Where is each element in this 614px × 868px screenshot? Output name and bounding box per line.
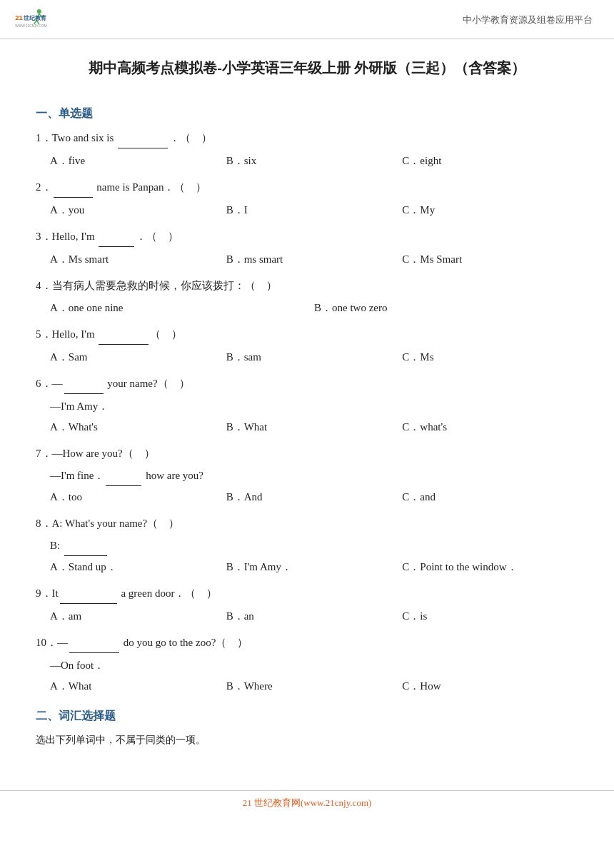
q4-text: 4．当有病人需要急救的时候，你应该拨打：（ ） — [36, 276, 578, 296]
q8-blank — [64, 536, 107, 556]
q5-blank — [99, 325, 149, 345]
q8-subline: B: — [50, 536, 578, 556]
q10-options: A．What B．Where C．How — [50, 677, 578, 696]
q1-options: A．five B．six C．eight — [50, 151, 578, 171]
q7-optC: C．and — [402, 488, 578, 507]
title-section: 期中高频考点模拟卷-小学英语三年级上册 外研版（三起）（含答案） — [0, 39, 614, 86]
q2-optB: B．I — [226, 201, 403, 220]
q6-text: 6．— your name?（ ） — [36, 374, 578, 394]
logo-area: 21 世纪教育 WWW.21CNJY.COM — [14, 6, 49, 34]
question-1: 1．Two and six is ．（ ） A．five B．six C．eig… — [36, 128, 578, 171]
svg-point-0 — [37, 9, 41, 14]
page-footer: 21 世纪教育网(www.21cnjy.com) — [0, 790, 614, 815]
section2-subtitle: 选出下列单词中，不属于同类的一项。 — [36, 731, 578, 749]
q6-blank — [64, 374, 104, 394]
q10-optA: A．What — [50, 677, 226, 696]
q6-subline: —I'm Amy． — [50, 397, 578, 416]
q5-optC: C．Ms — [402, 348, 578, 367]
q10-subline: —On foot． — [50, 656, 578, 675]
q2-options: A．you B．I C．My — [50, 201, 578, 220]
question-7: 7．—How are you?（ ） —I'm fine． how are yo… — [36, 444, 578, 507]
q7-optB: B．And — [226, 488, 403, 507]
question-6: 6．— your name?（ ） —I'm Amy． A．What's B．W… — [36, 374, 578, 437]
question-10: 10．— do you go to the zoo?（ ） —On foot． … — [36, 633, 578, 696]
q1-text: 1．Two and six is ．（ ） — [36, 128, 578, 148]
q4-options: A．one one nine B．one two zero — [50, 298, 578, 318]
q3-blank — [99, 227, 134, 247]
header-right-text: 中小学教育资源及组卷应用平台 — [463, 14, 593, 26]
q1-optB: B．six — [226, 151, 403, 171]
question-5: 5．Hello, I'm （ ） A．Sam B．sam C．Ms — [36, 325, 578, 367]
q5-optB: B．sam — [226, 348, 403, 367]
q8-text: 8．A: What's your name?（ ） — [36, 514, 578, 533]
question-9: 9．It a green door．（ ） A．am B．an C．is — [36, 584, 578, 626]
q7-subline1: —I'm fine． how are you? — [50, 466, 578, 486]
main-title: 期中高频考点模拟卷-小学英语三年级上册 外研版（三起）（含答案） — [36, 56, 578, 79]
q8-optB: B．I'm Amy． — [226, 557, 403, 577]
q7-optA: A．too — [50, 488, 226, 507]
q2-text: 2． name is Panpan．（ ） — [36, 178, 578, 198]
q10-optB: B．Where — [226, 677, 403, 696]
q8-optC: C．Point to the window． — [402, 557, 578, 577]
section1-title: 一、单选题 — [36, 106, 578, 121]
svg-text:世纪教育: 世纪教育 — [24, 14, 47, 21]
q5-options: A．Sam B．sam C．Ms — [50, 348, 578, 367]
q6-optB: B．What — [226, 418, 403, 437]
q7-options: A．too B．And C．and — [50, 488, 578, 507]
q6-optC: C．what's — [402, 418, 578, 437]
question-4: 4．当有病人需要急救的时候，你应该拨打：（ ） A．one one nine B… — [36, 276, 578, 318]
q5-optA: A．Sam — [50, 348, 226, 367]
q1-optC: C．eight — [402, 151, 578, 171]
q4-optB: B．one two zero — [314, 298, 578, 318]
q10-text: 10．— do you go to the zoo?（ ） — [36, 633, 578, 653]
q9-options: A．am B．an C．is — [50, 607, 578, 626]
q9-optA: A．am — [50, 607, 226, 626]
q7-blank — [106, 466, 141, 486]
question-3: 3．Hello, I'm ．（ ） A．Ms smart B．ms smart … — [36, 227, 578, 269]
q3-text: 3．Hello, I'm ．（ ） — [36, 227, 578, 247]
q6-options: A．What's B．What C．what's — [50, 418, 578, 437]
q2-blank — [54, 178, 93, 198]
q10-optC: C．How — [402, 677, 578, 696]
logo-icon: 21 世纪教育 WWW.21CNJY.COM — [14, 6, 49, 34]
q3-optB: B．ms smart — [226, 250, 403, 269]
q1-blank — [118, 128, 168, 148]
q6-optA: A．What's — [50, 418, 226, 437]
q3-optA: A．Ms smart — [50, 250, 226, 269]
q3-optC: C．Ms Smart — [402, 250, 578, 269]
q2-optC: C．My — [402, 201, 578, 220]
question-2: 2． name is Panpan．（ ） A．you B．I C．My — [36, 178, 578, 220]
q10-blank — [69, 633, 119, 653]
q1-optA: A．five — [50, 151, 226, 171]
q9-optC: C．is — [402, 607, 578, 626]
q8-options: A．Stand up． B．I'm Amy． C．Point to the wi… — [50, 557, 578, 577]
q9-blank — [60, 584, 117, 604]
q5-text: 5．Hello, I'm （ ） — [36, 325, 578, 345]
q9-optB: B．an — [226, 607, 403, 626]
q8-optA: A．Stand up． — [50, 557, 226, 577]
section2-title: 二、词汇选择题 — [36, 709, 578, 724]
q7-text: 7．—How are you?（ ） — [36, 444, 578, 463]
content-area: 一、单选题 1．Two and six is ．（ ） A．five B．six… — [0, 86, 614, 776]
question-8: 8．A: What's your name?（ ） B: A．Stand up．… — [36, 514, 578, 577]
q3-options: A．Ms smart B．ms smart C．Ms Smart — [50, 250, 578, 269]
svg-text:21: 21 — [15, 14, 23, 21]
svg-text:WWW.21CNJY.COM: WWW.21CNJY.COM — [15, 24, 46, 28]
footer-text: 21 世纪教育网(www.21cnjy.com) — [243, 797, 372, 808]
page-header: 21 世纪教育 WWW.21CNJY.COM 中小学教育资源及组卷应用平台 — [0, 0, 614, 39]
q9-text: 9．It a green door．（ ） — [36, 584, 578, 604]
q4-optA: A．one one nine — [50, 298, 314, 318]
q2-optA: A．you — [50, 201, 226, 220]
